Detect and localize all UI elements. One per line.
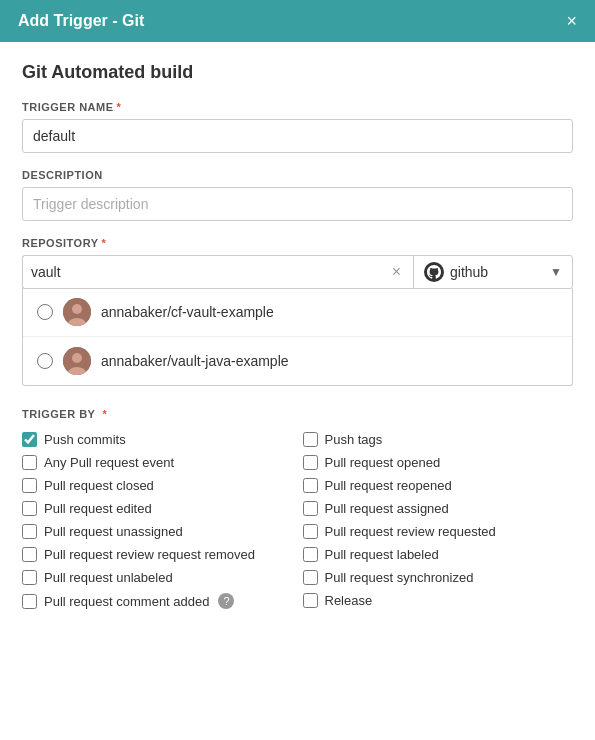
checkbox-pull-request-reopened[interactable]	[303, 478, 318, 493]
checkbox-pull-request-synchronized[interactable]	[303, 570, 318, 585]
provider-icon	[424, 262, 444, 282]
checkbox-release[interactable]	[303, 593, 318, 608]
label-pull-request-reopened: Pull request reopened	[325, 478, 452, 493]
repo-results: annabaker/cf-vault-example annabaker/vau…	[22, 288, 573, 386]
trigger-col1: Push commits Any Pull request event Pull…	[22, 432, 293, 609]
repo-item-2: annabaker/vault-java-example	[23, 337, 572, 385]
label-pull-request-assigned: Pull request assigned	[325, 501, 449, 516]
checkbox-any-pull-request[interactable]	[22, 455, 37, 470]
label-any-pull-request: Any Pull request event	[44, 455, 174, 470]
trigger-item-review-request-removed: Pull request review request removed	[22, 547, 293, 562]
checkbox-pull-request-opened[interactable]	[303, 455, 318, 470]
label-comment-added: Pull request comment added	[44, 594, 209, 609]
trigger-item-pull-request-edited: Pull request edited	[22, 501, 293, 516]
repo-search-input[interactable]	[31, 256, 388, 288]
trigger-by-section: TRIGGER BY * Push commits Any Pull reque…	[22, 408, 573, 609]
required-star-trigger: *	[102, 408, 107, 420]
trigger-item-comment-added: Pull request comment added ?	[22, 593, 293, 609]
checkbox-review-requested[interactable]	[303, 524, 318, 539]
trigger-grid: Push commits Any Pull request event Pull…	[22, 432, 573, 609]
label-push-tags: Push tags	[325, 432, 383, 447]
repo-name-2: annabaker/vault-java-example	[101, 353, 289, 369]
label-pull-request-edited: Pull request edited	[44, 501, 152, 516]
provider-select[interactable]: github ▼	[413, 255, 573, 289]
label-pull-request-synchronized: Pull request synchronized	[325, 570, 474, 585]
help-icon[interactable]: ?	[218, 593, 234, 609]
checkbox-pull-request-assigned[interactable]	[303, 501, 318, 516]
svg-point-4	[72, 353, 82, 363]
trigger-name-input[interactable]	[22, 119, 573, 153]
label-push-commits: Push commits	[44, 432, 126, 447]
trigger-by-label: TRIGGER BY *	[22, 408, 573, 420]
checkbox-comment-added[interactable]	[22, 594, 37, 609]
modal: Add Trigger - Git × Git Automated build …	[0, 0, 595, 740]
trigger-name-group: TRIGGER NAME*	[22, 101, 573, 153]
trigger-col2: Push tags Pull request opened Pull reque…	[303, 432, 574, 609]
checkbox-pull-request-unlabeled[interactable]	[22, 570, 37, 585]
required-star: *	[117, 101, 122, 113]
repo-item-1: annabaker/cf-vault-example	[23, 288, 572, 337]
label-review-request-removed: Pull request review request removed	[44, 547, 255, 562]
label-review-requested: Pull request review requested	[325, 524, 496, 539]
repository-row: × github ▼	[22, 255, 573, 289]
repository-group: REPOSITORY* × github ▼	[22, 237, 573, 386]
trigger-item-pull-request-assigned: Pull request assigned	[303, 501, 574, 516]
label-pull-request-unassigned: Pull request unassigned	[44, 524, 183, 539]
trigger-item-pull-request-synchronized: Pull request synchronized	[303, 570, 574, 585]
checkbox-pull-request-unassigned[interactable]	[22, 524, 37, 539]
trigger-item-pull-request-reopened: Pull request reopened	[303, 478, 574, 493]
checkbox-push-commits[interactable]	[22, 432, 37, 447]
label-pull-request-unlabeled: Pull request unlabeled	[44, 570, 173, 585]
description-group: DESCRIPTION	[22, 169, 573, 221]
description-label: DESCRIPTION	[22, 169, 573, 181]
repo-search-wrapper: ×	[22, 255, 413, 289]
repo-name-1: annabaker/cf-vault-example	[101, 304, 274, 320]
modal-header: Add Trigger - Git ×	[0, 0, 595, 42]
checkbox-pull-request-labeled[interactable]	[303, 547, 318, 562]
trigger-item-pull-request-unassigned: Pull request unassigned	[22, 524, 293, 539]
description-input[interactable]	[22, 187, 573, 221]
repo-radio-2[interactable]	[37, 353, 53, 369]
trigger-item-pull-request-closed: Pull request closed	[22, 478, 293, 493]
trigger-item-push-tags: Push tags	[303, 432, 574, 447]
trigger-item-release: Release	[303, 593, 574, 608]
trigger-item-pull-request-unlabeled: Pull request unlabeled	[22, 570, 293, 585]
trigger-item-review-requested: Pull request review requested	[303, 524, 574, 539]
label-release: Release	[325, 593, 373, 608]
label-pull-request-opened: Pull request opened	[325, 455, 441, 470]
checkbox-review-request-removed[interactable]	[22, 547, 37, 562]
repo-avatar-2	[63, 347, 91, 375]
repo-clear-button[interactable]: ×	[388, 263, 405, 281]
trigger-item-pull-request-labeled: Pull request labeled	[303, 547, 574, 562]
repo-avatar-1	[63, 298, 91, 326]
trigger-name-label: TRIGGER NAME*	[22, 101, 573, 113]
chevron-down-icon: ▼	[550, 265, 562, 279]
modal-title: Add Trigger - Git	[18, 12, 144, 30]
checkbox-push-tags[interactable]	[303, 432, 318, 447]
trigger-item-any-pull-request: Any Pull request event	[22, 455, 293, 470]
provider-name: github	[450, 264, 544, 280]
checkbox-pull-request-closed[interactable]	[22, 478, 37, 493]
svg-point-1	[72, 304, 82, 314]
close-button[interactable]: ×	[566, 12, 577, 30]
label-pull-request-closed: Pull request closed	[44, 478, 154, 493]
repository-label: REPOSITORY*	[22, 237, 573, 249]
trigger-item-push-commits: Push commits	[22, 432, 293, 447]
repo-radio-1[interactable]	[37, 304, 53, 320]
required-star-repo: *	[102, 237, 107, 249]
label-pull-request-labeled: Pull request labeled	[325, 547, 439, 562]
trigger-item-pull-request-opened: Pull request opened	[303, 455, 574, 470]
section-title: Git Automated build	[22, 62, 573, 83]
modal-body: Git Automated build TRIGGER NAME* DESCRI…	[0, 42, 595, 629]
checkbox-pull-request-edited[interactable]	[22, 501, 37, 516]
